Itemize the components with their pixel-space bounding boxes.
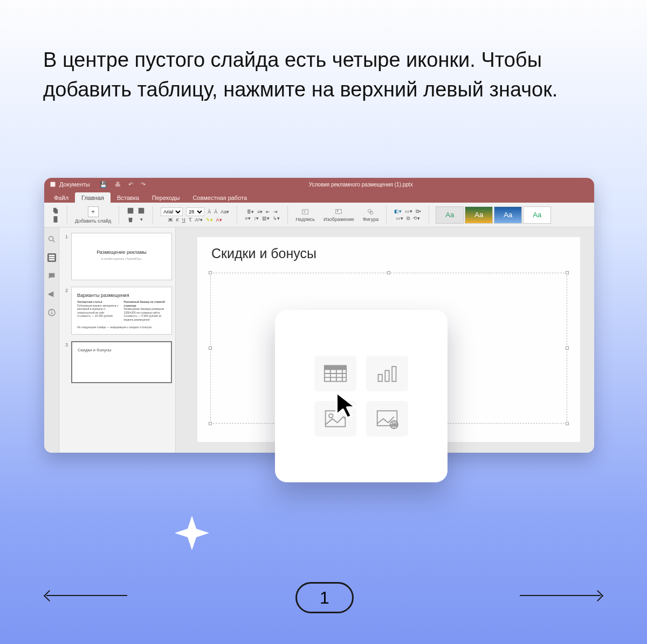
reset-icon[interactable]	[137, 207, 145, 214]
info-icon[interactable]	[47, 308, 56, 317]
outline-icon[interactable]: ▭▾	[396, 216, 403, 221]
image-icon	[335, 208, 342, 216]
online-image-icon	[375, 408, 399, 430]
ribbon-shape[interactable]: Фигура	[360, 207, 382, 223]
resize-handle[interactable]	[566, 422, 569, 425]
insert-chart-button[interactable]	[366, 356, 408, 391]
layout-icon[interactable]	[127, 207, 134, 214]
svg-rect-31	[392, 366, 396, 382]
indent-dec-icon[interactable]: ⇤	[266, 209, 270, 214]
resize-handle[interactable]	[209, 422, 212, 425]
indent-inc-icon[interactable]: ⇥	[273, 209, 278, 214]
theme-option-4[interactable]: Аа	[523, 206, 551, 224]
theme-option-3[interactable]: Аа	[494, 206, 522, 224]
menu-file[interactable]: Файл	[47, 192, 75, 203]
thumb-col-header: Рекламный баннер на главной странице	[124, 300, 165, 307]
menu-home[interactable]: Главная	[75, 192, 111, 203]
add-slide-label: Добавить слайд	[75, 218, 111, 224]
separator	[386, 206, 387, 224]
superscript-icon[interactable]: A²▾	[195, 217, 203, 223]
menu-collab[interactable]: Совместная работа	[186, 192, 253, 203]
undo-icon[interactable]: ↶	[128, 181, 133, 188]
font-family-select[interactable]: Arial	[161, 207, 183, 216]
numbering-icon[interactable]: ≡▾	[257, 209, 263, 214]
change-case-icon[interactable]: Aa▾	[221, 209, 229, 214]
save-icon[interactable]: 💾	[100, 181, 107, 188]
add-slide-icon[interactable]: +	[88, 206, 99, 217]
svg-rect-28	[325, 365, 346, 369]
highlight-icon[interactable]: ✎▾	[206, 217, 213, 223]
comments-icon[interactable]	[47, 272, 56, 280]
slides-panel-icon[interactable]	[47, 253, 56, 262]
page-indicator: 1	[295, 582, 354, 613]
thumb-col-price: Стоимость — 5 000 рублей за неделю разме…	[124, 314, 162, 321]
separator	[287, 206, 288, 224]
resize-handle[interactable]	[566, 347, 569, 350]
menu-transitions[interactable]: Переходы	[146, 192, 187, 203]
thumb-title: Варианты размещения	[77, 293, 166, 298]
columns-icon[interactable]: ▥▾	[262, 216, 270, 221]
thumbnail-2[interactable]: 2 Варианты размещения Экспертная статья …	[63, 287, 172, 335]
ribbon-add-slide[interactable]: + Добавить слайд	[72, 205, 114, 225]
menu-insert[interactable]: Вставка	[111, 192, 146, 203]
thumbnail-3[interactable]: 3 Скидки и бонусы	[63, 341, 172, 383]
resize-handle[interactable]	[209, 347, 212, 350]
underline-button[interactable]: Ч	[182, 217, 185, 223]
bullets-icon[interactable]: ≣▾	[247, 209, 254, 214]
table-icon	[324, 363, 347, 384]
slide-title[interactable]: Скидки и бонусы	[211, 246, 316, 261]
ribbon-textbox[interactable]: T Надпись	[292, 207, 318, 223]
crop-icon[interactable]: ▾	[137, 216, 145, 223]
cursor-icon	[331, 389, 366, 424]
decrease-font-icon[interactable]: Ă	[214, 209, 217, 214]
paste-icon[interactable]	[52, 216, 59, 223]
chart-icon	[375, 363, 399, 384]
rotate-icon[interactable]: ⟲▾	[413, 216, 420, 221]
arrange-icon[interactable]: ▭▾	[405, 209, 412, 214]
svg-rect-2	[54, 209, 58, 213]
print-icon[interactable]: 🖶	[115, 181, 121, 188]
italic-button[interactable]: К	[176, 217, 178, 223]
font-size-select[interactable]: 28	[186, 207, 204, 216]
svg-rect-4	[128, 207, 134, 213]
image-label: Изображение	[324, 217, 354, 222]
resize-handle[interactable]	[566, 271, 569, 274]
side-rail	[44, 227, 59, 453]
insert-table-button[interactable]	[314, 356, 356, 391]
font-color-icon[interactable]: A▾	[216, 217, 222, 223]
shape-icon	[367, 208, 374, 216]
align-icon[interactable]: ≡▾	[245, 216, 250, 221]
thumb-col-header: Экспертная статья	[77, 300, 102, 303]
sparkle-icon	[173, 514, 211, 552]
svg-rect-15	[49, 255, 54, 257]
feedback-icon[interactable]	[47, 290, 56, 299]
separator	[429, 206, 429, 224]
app-brand-label: Документы	[59, 181, 90, 188]
copy-icon[interactable]	[52, 207, 59, 214]
ribbon: + Добавить слайд ▾ Arial 28 Â Ă Aa▾	[44, 203, 594, 227]
ribbon-paragraph: ≣▾ ≡▾ ⇤ ⇥ ≡▾ ↕▾ ▥▾ ↳▾	[242, 208, 283, 222]
resize-handle[interactable]	[387, 271, 390, 274]
increase-font-icon[interactable]: Â	[208, 209, 211, 214]
group-icon[interactable]: ⧉	[407, 216, 410, 221]
separator	[67, 206, 67, 224]
redo-icon[interactable]: ↷	[141, 181, 146, 188]
align-obj-icon[interactable]: ⧉▾	[416, 209, 421, 214]
search-icon[interactable]	[47, 235, 56, 244]
insert-online-image-button[interactable]	[366, 401, 408, 437]
fill-color-icon[interactable]: ◧▾	[394, 209, 402, 214]
next-arrow[interactable]	[520, 595, 601, 596]
line-spacing-icon[interactable]: ↕▾	[254, 216, 259, 221]
instruction-text: В центре пустого слайда есть четыре икон…	[43, 45, 604, 105]
text-direction-icon[interactable]: ↳▾	[273, 216, 280, 221]
ribbon-image[interactable]: Изображение	[320, 207, 357, 223]
prev-arrow[interactable]	[46, 595, 127, 596]
resize-handle[interactable]	[209, 271, 212, 274]
shape-label: Фигура	[363, 217, 379, 222]
strike-button[interactable]: Ꚍ	[189, 217, 192, 223]
theme-option-2[interactable]: Аа	[465, 206, 493, 224]
thumbnail-1[interactable]: 1 Размещение рекламы в онлайн-журнале «Т…	[63, 233, 172, 280]
trash-icon[interactable]	[127, 216, 134, 223]
bold-button[interactable]: Ж	[168, 217, 173, 223]
theme-option-1[interactable]: Аа	[436, 206, 464, 224]
